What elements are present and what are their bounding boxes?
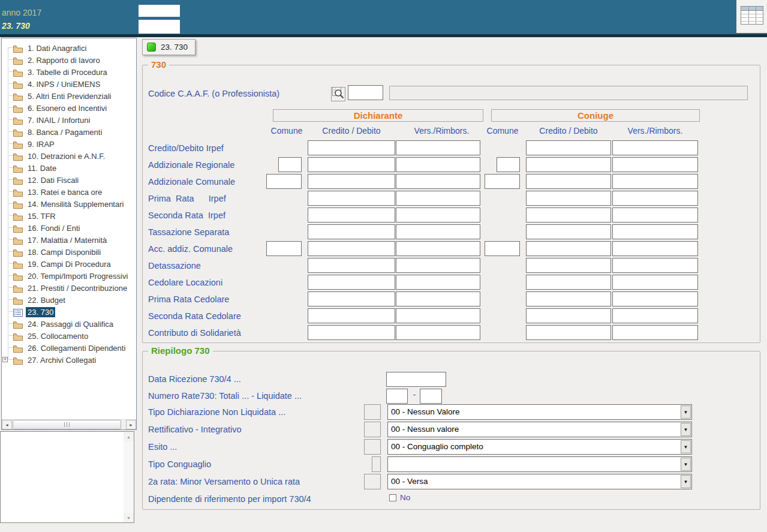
- dichiarante-comune-acc-addiz-comunale[interactable]: [266, 241, 302, 256]
- rettificativo-integrativo-code-box[interactable]: [364, 422, 381, 437]
- coniuge-credito-debito-acc-addiz-comunale[interactable]: [526, 241, 611, 256]
- tree-item-11-date[interactable]: 11. Date: [2, 162, 136, 174]
- dichiarante-comune-addizionale-comunale[interactable]: [266, 174, 302, 189]
- tree-item-2-rapporto-di-lavoro[interactable]: 2. Rapporto di lavoro: [2, 54, 136, 66]
- coniuge-vers-rimbors-credito-debito-irpef[interactable]: [612, 140, 698, 155]
- chevron-down-icon[interactable]: ▼: [681, 405, 691, 419]
- header-field-2[interactable]: [139, 20, 180, 34]
- coniuge-vers-rimbors-seconda-rata-irpef[interactable]: [612, 208, 698, 223]
- scroll-down-button[interactable]: ▼: [124, 513, 134, 522]
- coniuge-vers-rimbors-contributo-di-solidariet[interactable]: [612, 325, 698, 340]
- tree-item-23-730[interactable]: 23. 730: [2, 306, 136, 318]
- dichiarante-credito-debito-prima-rata-irpef[interactable]: [308, 191, 395, 206]
- coniuge-vers-rimbors-seconda-rata-cedolare[interactable]: [612, 308, 698, 323]
- tree-item-24-passaggi-di-qualifica[interactable]: 24. Passaggi di Qualifica: [2, 318, 136, 330]
- caaf-lookup-button[interactable]: [331, 87, 345, 101]
- dichiarante-vers-rimbors-contributo-di-solidariet[interactable]: [396, 325, 480, 340]
- coniuge-credito-debito-credito-debito-irpef[interactable]: [526, 140, 611, 155]
- coniuge-credito-debito-addizionale-comunale[interactable]: [526, 174, 611, 189]
- tree-item-16-fondi-enti[interactable]: 16. Fondi / Enti: [2, 222, 136, 234]
- tipo-conguaglio-code-box[interactable]: [372, 456, 381, 472]
- expand-plus-icon[interactable]: +: [2, 357, 8, 362]
- dichiarante-credito-debito-addizionale-comunale[interactable]: [308, 174, 395, 189]
- dichiarante-credito-debito-contributo-di-solidariet[interactable]: [308, 325, 395, 340]
- coniuge-vers-rimbors-addizionale-comunale[interactable]: [612, 174, 698, 189]
- tree-item-10-detrazioni-e-a-n-f[interactable]: 10. Detrazioni e A.N.F.: [2, 150, 136, 162]
- dichiarante-comune-addizionale-regionale[interactable]: [278, 157, 302, 172]
- coniuge-comune-addizionale-regionale[interactable]: [497, 157, 520, 172]
- numero-rate-730-liquidate-input[interactable]: [420, 389, 442, 404]
- scroll-up-button[interactable]: ▲: [124, 432, 134, 441]
- tree-item-21-prestiti-decontribuzione[interactable]: 21. Prestiti / Decontribuzione: [2, 282, 136, 294]
- tree-item-14-mensilit-supplementari[interactable]: 14. Mensilità Supplementari: [2, 198, 136, 210]
- rettificativo-integrativo-combo[interactable]: 00 - Nessun valore▼: [387, 422, 692, 437]
- notes-panel[interactable]: ▲ ▼: [0, 431, 134, 523]
- coniuge-credito-debito-tassazione-separata[interactable]: [526, 224, 611, 239]
- tree-item-9-irap[interactable]: 9. IRAP: [2, 138, 136, 150]
- tree-item-19-campi-di-procedura[interactable]: 19. Campi Di Procedura: [2, 258, 136, 270]
- table-grid-button[interactable]: [736, 0, 767, 33]
- dichiarante-vers-rimbors-prima-rata-irpef[interactable]: [396, 191, 480, 206]
- coniuge-credito-debito-prima-rata-irpef[interactable]: [526, 191, 611, 206]
- dichiarante-credito-debito-cedolare-locazioni[interactable]: [308, 275, 395, 290]
- tree-item-27-archivi-collegati[interactable]: +27. Archivi Collegati: [2, 354, 136, 366]
- coniuge-vers-rimbors-acc-addiz-comunale[interactable]: [612, 241, 698, 256]
- tree-item-25-collocamento[interactable]: 25. Collocamento: [2, 330, 136, 342]
- numero-rate-730-totali-input[interactable]: [386, 389, 408, 404]
- dichiarante-vers-rimbors-prima-rata-cedolare[interactable]: [396, 291, 480, 306]
- coniuge-vers-rimbors-prima-rata-cedolare[interactable]: [612, 291, 698, 306]
- dichiarante-credito-debito-tassazione-separata[interactable]: [308, 224, 395, 239]
- dichiarante-vers-rimbors-seconda-rata-irpef[interactable]: [396, 208, 480, 223]
- dichiarante-vers-rimbors-detassazione[interactable]: [396, 258, 480, 273]
- tree-item-12-dati-fiscali[interactable]: 12. Dati Fiscali: [2, 174, 136, 186]
- coniuge-vers-rimbors-addizionale-regionale[interactable]: [612, 157, 698, 172]
- seconda-rata-minor-versamento-code-box[interactable]: [364, 474, 381, 489]
- coniuge-comune-addizionale-comunale[interactable]: [485, 174, 520, 189]
- seconda-rata-minor-versamento-combo[interactable]: 00 - Versa▼: [387, 474, 692, 489]
- coniuge-credito-debito-cedolare-locazioni[interactable]: [526, 275, 611, 290]
- tab-730[interactable]: 23. 730: [142, 39, 195, 55]
- coniuge-credito-debito-detassazione[interactable]: [526, 258, 611, 273]
- dichiarante-credito-debito-seconda-rata-irpef[interactable]: [308, 208, 395, 223]
- tree-item-15-tfr[interactable]: 15. TFR: [2, 210, 136, 222]
- tree-item-7-inail-infortuni[interactable]: 7. INAIL / Infortuni: [2, 114, 136, 126]
- tipo-dichiarazione-non-liquidata-code-box[interactable]: [364, 404, 381, 420]
- dichiarante-credito-debito-addizionale-regionale[interactable]: [308, 157, 395, 172]
- tree-item-1-dati-anagrafici[interactable]: 1. Dati Anagrafici: [2, 42, 136, 54]
- tree-item-13-ratei-e-banca-ore[interactable]: 13. Ratei e banca ore: [2, 186, 136, 198]
- dichiarante-credito-debito-seconda-rata-cedolare[interactable]: [308, 308, 395, 323]
- tree-item-20-tempi-importi-progressivi[interactable]: 20. Tempi/Importi Progressivi: [2, 270, 136, 282]
- coniuge-comune-acc-addiz-comunale[interactable]: [485, 241, 520, 256]
- tree-item-8-banca-pagamenti[interactable]: 8. Banca / Pagamenti: [2, 126, 136, 138]
- chevron-down-icon[interactable]: ▼: [681, 458, 691, 471]
- dichiarante-vers-rimbors-seconda-rata-cedolare[interactable]: [396, 308, 480, 323]
- tree-item-4-inps-uniemens[interactable]: 4. INPS / UniEMENS: [2, 78, 136, 90]
- scrollbar-thumb[interactable]: [13, 420, 121, 429]
- coniuge-credito-debito-seconda-rata-cedolare[interactable]: [526, 308, 611, 323]
- coniuge-vers-rimbors-detassazione[interactable]: [612, 258, 698, 273]
- tree-item-3-tabelle-di-procedura[interactable]: 3. Tabelle di Procedura: [2, 66, 136, 78]
- dichiarante-vers-rimbors-acc-addiz-comunale[interactable]: [396, 241, 480, 256]
- tree-horizontal-scrollbar[interactable]: ◄ ►: [2, 419, 136, 429]
- caaf-code-input[interactable]: [348, 85, 383, 100]
- dichiarante-vers-rimbors-addizionale-regionale[interactable]: [396, 157, 480, 172]
- scroll-left-button[interactable]: ◄: [2, 420, 12, 429]
- coniuge-credito-debito-addizionale-regionale[interactable]: [526, 157, 611, 172]
- dichiarante-credito-debito-acc-addiz-comunale[interactable]: [308, 241, 395, 256]
- header-field-1[interactable]: [139, 5, 180, 17]
- dichiarante-vers-rimbors-credito-debito-irpef[interactable]: [396, 140, 480, 155]
- esito-combo[interactable]: 00 - Conguaglio completo▼: [387, 439, 692, 455]
- tree-item-6-esonero-ed-incentivi[interactable]: 6. Esonero ed Incentivi: [2, 102, 136, 114]
- coniuge-credito-debito-seconda-rata-irpef[interactable]: [526, 208, 611, 223]
- dichiarante-vers-rimbors-cedolare-locazioni[interactable]: [396, 275, 480, 290]
- tree-item-26-collegamenti-dipendenti[interactable]: 26. Collegamenti Dipendenti: [2, 342, 136, 354]
- tree-item-18-campi-disponibili[interactable]: 18. Campi Disponibili: [2, 246, 136, 258]
- scroll-right-button[interactable]: ►: [126, 420, 136, 429]
- tree-item-22-budget[interactable]: 22. Budget: [2, 294, 136, 306]
- chevron-down-icon[interactable]: ▼: [681, 440, 691, 453]
- notes-vertical-scrollbar[interactable]: ▲ ▼: [124, 432, 134, 522]
- tipo-dichiarazione-non-liquidata-combo[interactable]: 00 - Nessun Valore▼: [387, 404, 692, 420]
- dichiarante-credito-debito-prima-rata-cedolare[interactable]: [308, 291, 395, 306]
- esito-code-box[interactable]: [364, 439, 381, 455]
- chevron-down-icon[interactable]: ▼: [681, 423, 691, 436]
